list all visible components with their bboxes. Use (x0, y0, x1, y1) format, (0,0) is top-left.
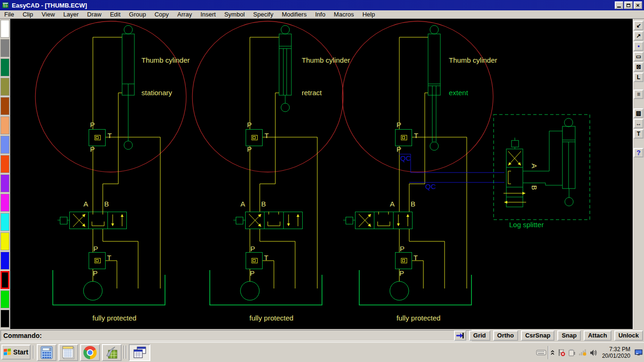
pump-symbol (83, 281, 102, 300)
circuit1-state: stationary (141, 89, 173, 97)
hatch-tool-button[interactable]: ▨ (634, 108, 644, 118)
port-b-label: B (530, 185, 538, 190)
command-input[interactable]: Commando: (0, 330, 472, 341)
quicklaunch-handle[interactable] (126, 346, 127, 359)
port-p-label: P (396, 121, 401, 129)
close-icon: ✕ (636, 3, 640, 8)
line-tool-button[interactable]: ↙ (634, 21, 644, 30)
menu-copy[interactable]: Copy (150, 11, 173, 18)
menu-group[interactable]: Group (125, 11, 150, 18)
restore-button[interactable] (624, 1, 633, 9)
menu-array[interactable]: Array (173, 11, 196, 18)
menu-draw[interactable]: Draw (83, 11, 106, 18)
color-swatch[interactable] (0, 174, 9, 192)
dimension-tool-button[interactable]: ↔ (634, 119, 644, 128)
keyboard-tray-icon[interactable] (536, 349, 546, 356)
help-tool-button[interactable]: ? (634, 148, 644, 157)
port-a-label: A (240, 200, 245, 208)
log-splitter-label: Log splitter (509, 221, 544, 229)
color-swatch[interactable] (0, 39, 9, 57)
network-signal-icon[interactable] (578, 349, 587, 356)
close-button[interactable]: ✕ (634, 1, 642, 9)
port-p-label: P (399, 269, 404, 277)
menu-specify[interactable]: Specify (249, 11, 278, 18)
tray-expand-chevron[interactable] (550, 349, 555, 356)
text-tool-button[interactable]: T (634, 129, 644, 139)
color-swatch[interactable] (0, 20, 9, 38)
delete-tool-button[interactable]: ⊠ (634, 62, 644, 72)
point-tool-button[interactable]: • (634, 41, 644, 51)
menu-edit[interactable]: Edit (106, 11, 124, 18)
color-swatch-selected[interactable] (0, 271, 9, 289)
highlight-circle-3 (342, 21, 493, 172)
csrsnap-toggle-button[interactable]: CsrSnap (521, 330, 554, 341)
arrow-tool-button[interactable]: ↗ (634, 31, 644, 41)
menu-macros[interactable]: Macros (330, 11, 358, 18)
unlock-toggle-button[interactable]: Unlock (614, 330, 643, 341)
color-swatch[interactable] (0, 290, 9, 308)
angle-tool-icon: L (637, 74, 640, 81)
rect-tool-button[interactable]: ▭ (634, 52, 644, 61)
chrome-icon (83, 346, 97, 359)
highlight-circle-1 (35, 21, 186, 172)
color-swatch[interactable] (0, 213, 9, 231)
minimize-icon (617, 7, 621, 8)
ortho-toggle-button[interactable]: Ortho (493, 330, 518, 341)
drawing-canvas[interactable]: Thumb cylinder stationary fully protecte… (10, 19, 633, 329)
goto-end-icon (456, 332, 464, 339)
log-splitter-group: A B Log splitter (494, 115, 590, 229)
volume-speaker-icon[interactable] (590, 349, 598, 356)
color-swatch[interactable] (0, 310, 9, 328)
port-p-label: P (250, 269, 255, 277)
color-swatch[interactable] (0, 78, 9, 96)
easycad-task-button[interactable] (129, 344, 150, 361)
port-p-label: P (93, 269, 98, 277)
color-swatch[interactable] (0, 194, 9, 212)
show-desktop-button[interactable] (635, 349, 643, 356)
grid-toggle-button[interactable]: Grid (469, 330, 490, 341)
calendar-shortcut[interactable] (58, 344, 78, 361)
calculator-shortcut[interactable]: 0 (37, 344, 57, 361)
menu-insert[interactable]: Insert (196, 11, 220, 18)
lines-tool-button[interactable]: ≡ (634, 90, 644, 99)
angle-tool-button[interactable]: L (634, 73, 644, 82)
color-swatch[interactable] (0, 232, 9, 250)
menu-layer[interactable]: Layer (59, 11, 83, 18)
app-icon (2, 1, 9, 9)
cylinder-stationary (122, 25, 134, 149)
color-swatch[interactable] (0, 155, 9, 173)
attach-toggle-button[interactable]: Attach (584, 330, 611, 341)
taskbar-clock[interactable]: 7:32 PM 20/01/2020 (602, 346, 630, 359)
start-button[interactable]: Start (1, 345, 31, 360)
port-a-label: A (530, 164, 538, 168)
port-t-label: T (107, 254, 111, 262)
circuit1-title: Thumb cylinder (141, 56, 190, 64)
minimize-button[interactable] (615, 1, 623, 9)
quicklaunch-handle[interactable] (124, 346, 124, 359)
color-swatch[interactable] (0, 58, 9, 76)
color-swatch[interactable] (0, 136, 9, 154)
menu-clip[interactable]: Clip (18, 11, 37, 18)
menu-modifiers[interactable]: Modifiers (278, 11, 311, 18)
port-t-label: T (264, 132, 269, 140)
color-swatch[interactable] (0, 116, 9, 134)
title-bar[interactable]: EasyCAD - [THUMB.ECW] ✕ (0, 0, 644, 10)
action-center-flag-icon[interactable] (558, 349, 565, 356)
power-plug-icon[interactable] (568, 349, 576, 356)
menu-symbol[interactable]: Symbol (220, 11, 249, 18)
color-swatch[interactable] (0, 252, 9, 270)
clock-date: 20/01/2020 (602, 353, 630, 359)
delete-tool-icon: ⊠ (636, 64, 641, 70)
status-buttons: Grid Ortho CsrSnap Snap Attach Unlock (454, 330, 643, 341)
menu-help[interactable]: Help (358, 11, 380, 18)
port-p-label: P (400, 245, 405, 253)
color-swatch[interactable] (0, 97, 9, 115)
chrome-shortcut[interactable] (80, 344, 100, 361)
menu-info[interactable]: Info (311, 11, 330, 18)
menu-file[interactable]: File (0, 11, 18, 18)
menu-view[interactable]: View (37, 11, 59, 18)
snap-toggle-button[interactable]: Snap (557, 330, 581, 341)
goto-end-button[interactable] (454, 330, 466, 341)
cad-app-shortcut[interactable] (102, 344, 122, 361)
schematic-drawing: Thumb cylinder stationary fully protecte… (10, 19, 633, 329)
